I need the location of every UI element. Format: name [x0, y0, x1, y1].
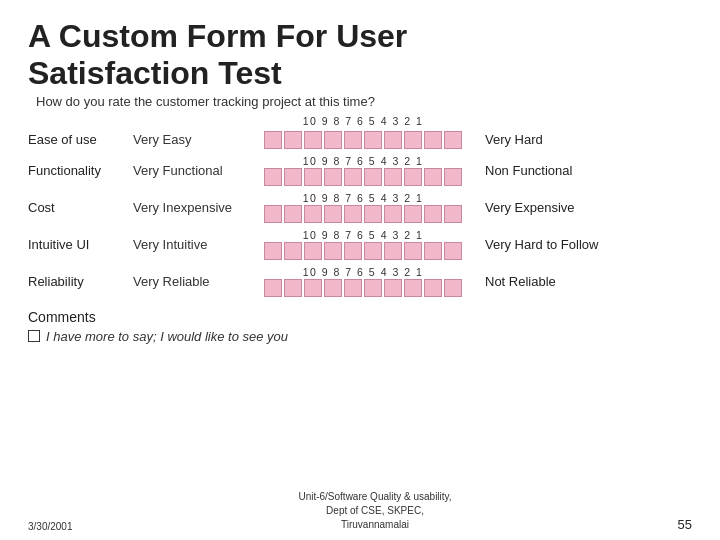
- rating-row: Intuitive UI Very Intuitive 10 9 8 7 6 5…: [28, 229, 692, 260]
- row-end-label: Not Reliable: [473, 274, 633, 289]
- row-start-label: Very Easy: [133, 132, 253, 147]
- rating-box[interactable]: [384, 242, 402, 260]
- footer: 3/30/2001 Unit-6/Software Quality & usab…: [0, 490, 720, 532]
- comment-row: I have more to say; I would like to see …: [28, 329, 692, 344]
- rating-box[interactable]: [404, 168, 422, 186]
- rating-box[interactable]: [404, 242, 422, 260]
- rating-box[interactable]: [384, 168, 402, 186]
- comment-text: I have more to say; I would like to see …: [46, 329, 288, 344]
- comments-label: Comments: [28, 309, 692, 325]
- boxes-row: [264, 131, 462, 149]
- rating-box[interactable]: [284, 131, 302, 149]
- rating-box[interactable]: [264, 205, 282, 223]
- rating-box[interactable]: [304, 168, 322, 186]
- rating-box[interactable]: [284, 205, 302, 223]
- rating-box[interactable]: [444, 168, 462, 186]
- row-start-label: Very Intuitive: [133, 237, 253, 252]
- rating-box[interactable]: [364, 242, 382, 260]
- rating-row: Functionality Very Functional 10 9 8 7 6…: [28, 155, 692, 186]
- rating-section: 10 9 8 7 6 5 4 3 2 1 Ease of use Very Ea…: [28, 115, 692, 297]
- rating-box[interactable]: [404, 205, 422, 223]
- rating-box[interactable]: [344, 131, 362, 149]
- rating-box[interactable]: [324, 205, 342, 223]
- rating-box[interactable]: [284, 279, 302, 297]
- rating-box[interactable]: [304, 131, 322, 149]
- rating-box[interactable]: [264, 168, 282, 186]
- scale-numbers-3: 10 9 8 7 6 5 4 3 2 1: [253, 229, 473, 241]
- footer-center: Unit-6/Software Quality & usability, Dep…: [298, 490, 451, 532]
- rating-box[interactable]: [344, 205, 362, 223]
- rating-box[interactable]: [324, 279, 342, 297]
- scale-numbers-2: 10 9 8 7 6 5 4 3 2 1: [253, 192, 473, 204]
- page: A Custom Form For User Satisfaction Test…: [0, 0, 720, 540]
- page-title: A Custom Form For User Satisfaction Test: [28, 18, 692, 92]
- top-scale-numbers: 10 9 8 7 6 5 4 3 2 1: [253, 115, 473, 127]
- footer-date: 3/30/2001: [28, 521, 73, 532]
- row-left-label: Reliability: [28, 274, 133, 289]
- rating-box[interactable]: [424, 168, 442, 186]
- row-left-label: Functionality: [28, 163, 133, 178]
- boxes-row: [264, 168, 462, 186]
- boxes-wrapper: 10 9 8 7 6 5 4 3 2 1: [253, 192, 473, 223]
- rating-box[interactable]: [444, 205, 462, 223]
- footer-left: 3/30/2001: [28, 521, 73, 532]
- rating-box[interactable]: [384, 131, 402, 149]
- row-left-label: Intuitive UI: [28, 237, 133, 252]
- rating-box[interactable]: [384, 279, 402, 297]
- boxes-wrapper: 10 9 8 7 6 5 4 3 2 1: [253, 229, 473, 260]
- rating-box[interactable]: [264, 279, 282, 297]
- row-end-label: Non Functional: [473, 163, 633, 178]
- scale-numbers-1: 10 9 8 7 6 5 4 3 2 1: [253, 155, 473, 167]
- rating-box[interactable]: [364, 279, 382, 297]
- rating-box[interactable]: [264, 242, 282, 260]
- row-start-label: Very Inexpensive: [133, 200, 253, 215]
- row-start-label: Very Reliable: [133, 274, 253, 289]
- rating-box[interactable]: [444, 279, 462, 297]
- rating-row: Reliability Very Reliable 10 9 8 7 6 5 4…: [28, 266, 692, 297]
- checkbox-icon[interactable]: [28, 330, 40, 342]
- rating-box[interactable]: [424, 279, 442, 297]
- rating-box[interactable]: [364, 131, 382, 149]
- row-left-label: Cost: [28, 200, 133, 215]
- rating-box[interactable]: [424, 205, 442, 223]
- rating-row: Ease of use Very Easy Very Hard: [28, 131, 692, 149]
- footer-center-text: Unit-6/Software Quality & usability, Dep…: [298, 490, 451, 532]
- rating-box[interactable]: [344, 279, 362, 297]
- row-end-label: Very Expensive: [473, 200, 633, 215]
- rating-box[interactable]: [344, 168, 362, 186]
- boxes-row: [264, 279, 462, 297]
- rating-box[interactable]: [324, 242, 342, 260]
- footer-page: 55: [678, 517, 692, 532]
- rating-box[interactable]: [444, 131, 462, 149]
- boxes-wrapper: 10 9 8 7 6 5 4 3 2 1: [253, 266, 473, 297]
- row-left-label: Ease of use: [28, 132, 133, 147]
- rating-box[interactable]: [324, 168, 342, 186]
- scale-header-row: 10 9 8 7 6 5 4 3 2 1: [28, 115, 692, 128]
- boxes-row: [264, 205, 462, 223]
- row-end-label: Very Hard: [473, 132, 633, 147]
- rating-box[interactable]: [284, 242, 302, 260]
- rating-row: Cost Very Inexpensive 10 9 8 7 6 5 4 3 2…: [28, 192, 692, 223]
- rating-box[interactable]: [304, 242, 322, 260]
- rating-box[interactable]: [344, 242, 362, 260]
- rating-box[interactable]: [364, 205, 382, 223]
- subtitle: How do you rate the customer tracking pr…: [36, 94, 692, 109]
- boxes-wrapper: 10 9 8 7 6 5 4 3 2 1: [253, 155, 473, 186]
- rating-box[interactable]: [384, 205, 402, 223]
- rating-box[interactable]: [304, 279, 322, 297]
- comments-section: Comments I have more to say; I would lik…: [28, 309, 692, 344]
- rating-box[interactable]: [304, 205, 322, 223]
- boxes-wrapper: [253, 131, 473, 149]
- rating-box[interactable]: [264, 131, 282, 149]
- boxes-row: [264, 242, 462, 260]
- row-start-label: Very Functional: [133, 163, 253, 178]
- rating-box[interactable]: [324, 131, 342, 149]
- rows-container: Ease of use Very Easy Very Hard Function…: [28, 131, 692, 297]
- rating-box[interactable]: [364, 168, 382, 186]
- rating-box[interactable]: [404, 131, 422, 149]
- rating-box[interactable]: [424, 131, 442, 149]
- rating-box[interactable]: [444, 242, 462, 260]
- rating-box[interactable]: [424, 242, 442, 260]
- rating-box[interactable]: [284, 168, 302, 186]
- rating-box[interactable]: [404, 279, 422, 297]
